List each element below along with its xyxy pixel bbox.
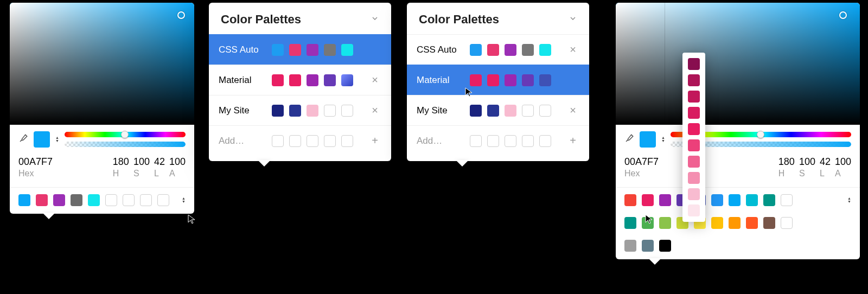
palette-swatch[interactable]	[324, 44, 336, 56]
h-value[interactable]: 180	[113, 156, 129, 168]
palette-swatch[interactable]	[307, 135, 318, 147]
alpha-thumb[interactable]	[182, 142, 186, 147]
palette-swatch[interactable]	[341, 105, 353, 117]
palette-swatch[interactable]	[487, 135, 499, 147]
palette-swatch[interactable]	[763, 217, 775, 229]
shade-swatch[interactable]	[688, 58, 700, 70]
palette-swatch[interactable]	[272, 74, 284, 86]
palette-swatch[interactable]	[105, 194, 117, 206]
palette-swatch[interactable]	[272, 135, 284, 147]
hue-slider[interactable]	[65, 132, 186, 137]
current-color-swatch[interactable]	[640, 131, 656, 148]
palette-row[interactable]: Material×	[209, 65, 391, 95]
palette-swatch[interactable]	[781, 217, 793, 229]
palette-swatch[interactable]	[157, 194, 169, 206]
shade-swatch[interactable]	[688, 74, 700, 86]
close-icon[interactable]: ×	[566, 43, 579, 56]
shade-swatch[interactable]	[688, 123, 700, 135]
palette-swatch[interactable]	[470, 44, 482, 56]
swatch-stepper[interactable]: ▲▼	[55, 136, 59, 143]
palette-swatch[interactable]	[539, 105, 551, 117]
shade-swatch[interactable]	[688, 204, 700, 216]
swatch-stepper[interactable]: ▲▼	[661, 136, 665, 143]
palette-swatch[interactable]	[324, 74, 336, 86]
hue-thumb[interactable]	[121, 131, 129, 138]
palette-swatch[interactable]	[289, 135, 301, 147]
palette-swatch[interactable]	[624, 217, 636, 229]
palette-swatch[interactable]	[522, 74, 534, 86]
palette-swatch[interactable]	[470, 105, 482, 117]
chevron-down-icon[interactable]	[371, 14, 379, 25]
palette-swatch[interactable]	[763, 194, 775, 206]
s-value[interactable]: 100	[799, 156, 815, 168]
palette-swatch[interactable]	[659, 194, 671, 206]
palette-swatch[interactable]	[539, 135, 551, 147]
shade-swatch[interactable]	[688, 188, 700, 200]
a-value[interactable]: 100	[169, 156, 186, 168]
eyedropper-icon[interactable]	[18, 133, 28, 145]
palette-swatch[interactable]	[659, 240, 671, 252]
hex-value[interactable]: 00A7F7	[18, 156, 53, 168]
palette-swatch[interactable]	[522, 105, 534, 117]
palette-swatch[interactable]	[324, 135, 336, 147]
palette-swatch[interactable]	[729, 194, 741, 206]
palette-swatch[interactable]	[341, 135, 353, 147]
palette-swatch[interactable]	[642, 217, 654, 229]
current-color-swatch[interactable]	[34, 131, 50, 148]
palette-row[interactable]: CSS Auto×	[407, 34, 589, 65]
palette-swatch[interactable]	[746, 194, 758, 206]
palette-swatch[interactable]	[71, 194, 82, 206]
close-icon[interactable]: ×	[368, 74, 381, 86]
saturation-value-field[interactable]	[10, 3, 194, 125]
palette-swatch[interactable]	[711, 217, 723, 229]
saturation-value-field[interactable]	[616, 3, 860, 125]
shade-swatch[interactable]	[688, 172, 700, 184]
palette-swatch[interactable]	[18, 194, 30, 206]
palette-swatch[interactable]	[505, 135, 516, 147]
palette-swatch[interactable]	[522, 44, 534, 56]
palette-stepper[interactable]: ▲▼	[182, 197, 186, 203]
palette-swatch[interactable]	[711, 194, 723, 206]
shade-swatch[interactable]	[688, 91, 700, 103]
palette-stepper[interactable]: ▲▼	[847, 197, 851, 203]
palette-swatch[interactable]	[289, 44, 301, 56]
hex-value[interactable]: 00A7F7	[624, 156, 659, 168]
shade-swatch[interactable]	[688, 139, 700, 151]
palette-swatch[interactable]	[522, 135, 534, 147]
palette-swatch[interactable]	[289, 105, 301, 117]
palette-swatch[interactable]	[307, 74, 318, 86]
palette-row[interactable]: My Site×	[407, 95, 589, 125]
palette-swatch[interactable]	[487, 44, 499, 56]
eyedropper-icon[interactable]	[624, 133, 634, 145]
palette-swatch[interactable]	[746, 217, 758, 229]
s-value[interactable]: 100	[133, 156, 150, 168]
palette-swatch[interactable]	[539, 44, 551, 56]
palette-swatch[interactable]	[505, 44, 516, 56]
shade-swatch[interactable]	[688, 156, 700, 168]
h-value[interactable]: 180	[778, 156, 795, 168]
l-value[interactable]: 42	[154, 156, 165, 168]
palette-swatch[interactable]	[624, 240, 636, 252]
palette-swatch[interactable]	[539, 74, 551, 86]
palette-swatch[interactable]	[272, 105, 284, 117]
palette-swatch[interactable]	[53, 194, 65, 206]
palette-row[interactable]: Add…+	[209, 125, 391, 156]
palette-row[interactable]: My Site×	[209, 95, 391, 125]
palette-swatch[interactable]	[470, 74, 482, 86]
palette-swatch[interactable]	[487, 74, 499, 86]
alpha-slider[interactable]	[65, 142, 186, 147]
palette-row[interactable]: Material	[407, 65, 589, 95]
palette-swatch[interactable]	[307, 105, 318, 117]
plus-icon[interactable]: +	[368, 135, 381, 147]
close-icon[interactable]: ×	[566, 104, 579, 117]
a-value[interactable]: 100	[835, 156, 851, 168]
palette-swatch[interactable]	[289, 74, 301, 86]
palette-swatch[interactable]	[642, 240, 654, 252]
palette-swatch[interactable]	[88, 194, 100, 206]
palette-swatch[interactable]	[624, 194, 636, 206]
hue-thumb[interactable]	[757, 131, 764, 138]
alpha-thumb[interactable]	[847, 142, 851, 147]
palette-swatch[interactable]	[140, 194, 152, 206]
palette-swatch[interactable]	[781, 194, 793, 206]
palette-swatch[interactable]	[307, 44, 318, 56]
